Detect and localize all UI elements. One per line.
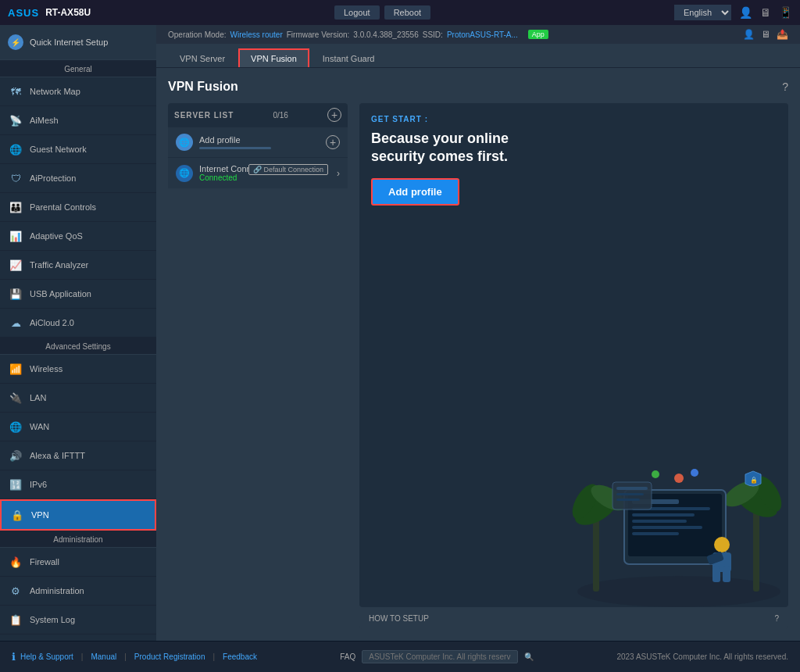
svg-rect-17 — [612, 482, 652, 509]
parental-controls-icon: 👪 — [8, 199, 23, 215]
operation-mode-label: Operation Mode: — [168, 30, 227, 39]
add-profile-button[interactable]: Add profile — [371, 178, 459, 206]
add-profile-bar — [199, 147, 271, 149]
admin-section-label: Administration — [0, 531, 156, 548]
svg-rect-15 — [632, 526, 702, 529]
language-select[interactable]: English — [674, 5, 731, 20]
vpn-icon: 🔒 — [9, 507, 25, 523]
status-icon-share: 📤 — [777, 29, 788, 40]
help-support-link[interactable]: Help & Support — [20, 652, 73, 661]
user-icon: 👤 — [739, 6, 752, 19]
add-server-button[interactable]: + — [327, 108, 341, 122]
status-icon-monitor: 🖥 — [761, 29, 770, 40]
page-help-icon[interactable]: ? — [782, 80, 788, 93]
copyright-text: 2023 ASUSTeK Computer Inc. All rights re… — [616, 652, 788, 661]
aicloud-icon: ☁ — [8, 315, 23, 331]
separator-1: | — [81, 652, 84, 661]
sidebar-item-aimesh[interactable]: 📡 AiMesh — [0, 106, 156, 135]
sidebar-item-quick-setup[interactable]: ⚡ Quick Internet Setup — [0, 25, 156, 60]
status-bar: Operation Mode: Wireless router Firmware… — [156, 25, 800, 44]
add-profile-icon: 🌐 — [176, 134, 193, 151]
get-start-label: GET START : — [371, 115, 777, 123]
separator-2: | — [124, 652, 127, 661]
add-profile-item[interactable]: 🌐 Add profile + — [168, 127, 348, 157]
asus-logo: ASUS — [8, 7, 39, 19]
default-badge-icon: 🔗 — [253, 166, 262, 173]
separator-3: | — [212, 652, 215, 661]
wireless-label: Wireless — [30, 364, 62, 374]
network-map-label: Network Map — [30, 87, 80, 96]
traffic-analyzer-icon: 📈 — [8, 257, 23, 273]
vpn-label: VPN — [31, 510, 49, 520]
administration-label: Administration — [30, 586, 84, 595]
sidebar-item-wan[interactable]: 🌐 WAN — [0, 413, 156, 441]
sidebar-item-network-map[interactable]: 🗺 Network Map — [0, 77, 156, 106]
wan-label: WAN — [30, 422, 49, 431]
sidebar-item-guest-network[interactable]: 🌐 Guest Network — [0, 135, 156, 164]
aiprotection-label: AiProtection — [30, 173, 76, 183]
add-profile-name: Add profile — [199, 135, 320, 145]
product-reg-link[interactable]: Product Registration — [134, 652, 205, 661]
promo-illustration: 🔒 — [570, 451, 788, 607]
help-support-icon: ℹ — [12, 651, 16, 663]
sidebar-item-network-tools[interactable]: 🔧 Network Tools — [0, 634, 156, 641]
sidebar-item-lan[interactable]: 🔌 LAN — [0, 384, 156, 413]
guest-network-icon: 🌐 — [8, 141, 23, 157]
page-title: VPN Fusion — [168, 80, 238, 94]
tab-vpn-server[interactable]: VPN Server — [168, 49, 237, 67]
ipv6-label: IPv6 — [30, 480, 47, 489]
right-panel: GET START : Because your online security… — [359, 103, 788, 629]
svg-rect-14 — [632, 520, 687, 523]
sidebar-item-aiprotection[interactable]: 🛡 AiProtection — [0, 164, 156, 193]
operation-mode-link[interactable]: Wireless router — [230, 30, 283, 39]
sidebar-item-traffic-analyzer[interactable]: 📈 Traffic Analyzer — [0, 251, 156, 280]
promo-headline-line1: Because your online — [371, 130, 509, 146]
network-map-icon: 🗺 — [8, 84, 23, 99]
manual-link[interactable]: Manual — [91, 652, 116, 661]
sidebar-item-ipv6[interactable]: 🔢 IPv6 — [0, 470, 156, 499]
svg-point-27 — [691, 469, 698, 477]
svg-rect-24 — [723, 567, 730, 582]
status-icon-user: 👤 — [743, 29, 755, 40]
svg-rect-20 — [616, 499, 640, 501]
sidebar-item-alexa[interactable]: 🔊 Alexa & IFTTT — [0, 441, 156, 470]
internet-connection-item[interactable]: 🌐 Internet Connection Connected 🔗 Defaul… — [168, 157, 348, 188]
profile-add-button[interactable]: + — [326, 135, 340, 149]
traffic-analyzer-label: Traffic Analyzer — [30, 260, 88, 270]
sidebar-item-parental-controls[interactable]: 👪 Parental Controls — [0, 193, 156, 222]
sidebar-item-usb-application[interactable]: 💾 USB Application — [0, 280, 156, 309]
main-layout: ⚡ Quick Internet Setup General 🗺 Network… — [0, 25, 800, 641]
adaptive-qos-label: Adaptive QoS — [30, 231, 83, 241]
sidebar-item-vpn[interactable]: 🔒 VPN — [0, 499, 156, 531]
content-area: Operation Mode: Wireless router Firmware… — [156, 25, 800, 641]
sidebar-item-firewall[interactable]: 🔥 Firewall — [0, 548, 156, 577]
system-log-label: System Log — [30, 615, 75, 624]
footer: ℹ Help & Support | Manual | Product Regi… — [0, 641, 800, 672]
ssid-link[interactable]: ProtonASUS-RT-A... — [447, 30, 518, 39]
sidebar-item-aicloud[interactable]: ☁ AiCloud 2.0 — [0, 309, 156, 338]
sidebar-item-wireless[interactable]: 📶 Wireless — [0, 355, 156, 384]
tab-vpn-fusion[interactable]: VPN Fusion — [238, 48, 309, 67]
tabs-container: VPN Server VPN Fusion Instant Guard — [156, 44, 800, 68]
feedback-link[interactable]: Feedback — [223, 652, 257, 661]
how-to-setup-help-icon[interactable]: ? — [774, 614, 779, 623]
faq-search-icon[interactable]: 🔍 — [524, 652, 534, 661]
usb-application-icon: 💾 — [8, 286, 23, 302]
help-support-area: ℹ Help & Support | Manual | Product Regi… — [12, 651, 257, 663]
server-count: 0/16 — [273, 111, 288, 120]
svg-point-21 — [714, 537, 730, 552]
wireless-icon: 📶 — [8, 361, 23, 377]
tab-instant-guard[interactable]: Instant Guard — [311, 49, 387, 67]
reboot-button[interactable]: Reboot — [384, 5, 430, 20]
default-connection-badge: 🔗 Default Connection — [248, 164, 328, 175]
svg-rect-13 — [632, 513, 695, 517]
connection-arrow-icon: › — [337, 168, 340, 179]
sidebar-item-adaptive-qos[interactable]: 📊 Adaptive QoS — [0, 222, 156, 251]
sidebar-item-administration[interactable]: ⚙ Administration — [0, 577, 156, 606]
sidebar-item-system-log[interactable]: 📋 System Log — [0, 606, 156, 634]
faq-area: FAQ 🔍 — [340, 650, 534, 663]
logo-area: ASUS RT-AX58U — [8, 7, 91, 19]
logout-button[interactable]: Logout — [334, 5, 380, 20]
how-to-setup-row: HOW TO SETUP ? — [359, 607, 788, 629]
faq-search-input[interactable] — [362, 650, 518, 663]
